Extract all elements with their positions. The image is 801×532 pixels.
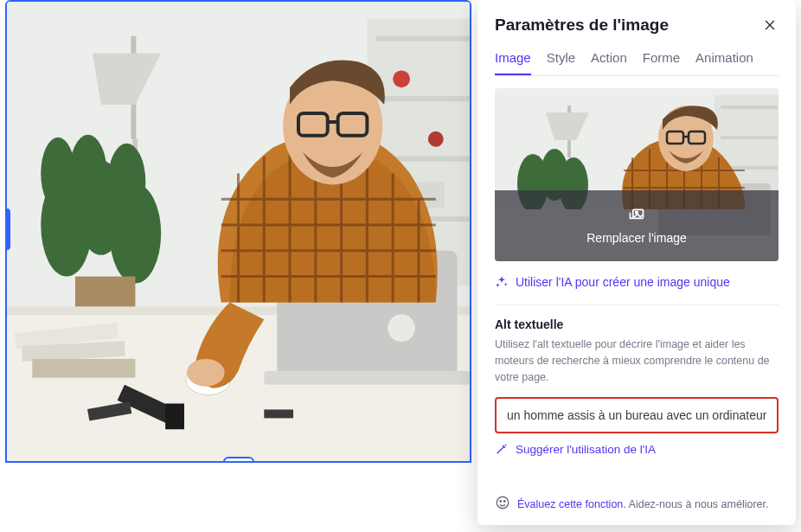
ai-suggest-alt-label: Suggérer l'utilisation de l'IA (516, 443, 656, 456)
svg-point-74 (504, 501, 506, 503)
svg-point-24 (388, 314, 415, 342)
svg-rect-50 (721, 136, 778, 139)
svg-rect-2 (375, 36, 470, 42)
divider (495, 304, 779, 305)
selected-image-frame[interactable] (5, 0, 471, 463)
svg-point-73 (500, 501, 502, 503)
svg-rect-45 (165, 404, 184, 430)
rate-feature-row: Évaluez cette fonction. Aidez-nous à nou… (495, 481, 779, 513)
svg-point-7 (428, 131, 444, 147)
alt-text-input[interactable] (507, 408, 766, 422)
magic-wand-icon (495, 442, 509, 456)
tab-animation[interactable]: Animation (695, 50, 753, 75)
smiley-icon (495, 495, 510, 513)
alt-section-title: Alt textuelle (495, 317, 779, 331)
close-button[interactable] (761, 16, 779, 34)
svg-point-14 (108, 144, 146, 221)
tab-bar: Image Style Action Forme Animation (495, 50, 779, 76)
svg-rect-23 (264, 371, 470, 385)
svg-point-6 (393, 70, 410, 87)
ai-suggest-alt-link[interactable]: Suggérer l'utilisation de l'IA (495, 442, 779, 456)
replace-image-label: Remplacer l'image (586, 231, 687, 245)
photo-illustration (7, 2, 470, 461)
editor-canvas (0, 0, 471, 532)
ai-create-image-link[interactable]: Utiliser l'IA pour créer une image uniqu… (495, 275, 779, 289)
svg-point-42 (187, 359, 225, 387)
svg-rect-46 (264, 409, 293, 418)
svg-rect-21 (32, 359, 135, 378)
svg-point-15 (41, 138, 75, 209)
replace-image-overlay: Remplacer l'image (495, 190, 779, 261)
tab-image[interactable]: Image (495, 50, 531, 75)
close-icon (763, 18, 777, 32)
resize-handle-bottom[interactable] (223, 457, 254, 463)
rate-feature-tail: Aidez-nous à nous améliorer. (626, 498, 769, 510)
tab-shape[interactable]: Forme (643, 50, 680, 75)
selected-image (7, 2, 470, 461)
panel-title: Paramètres de l'image (495, 16, 669, 35)
alt-text-field-wrap (495, 397, 779, 433)
image-settings-panel: Paramètres de l'image Image Style Action… (477, 0, 796, 525)
rate-feature-link[interactable]: Évaluez cette fonction. (517, 498, 626, 510)
svg-rect-49 (721, 106, 778, 109)
alt-section-help: Utilisez l'alt textuelle pour décrire l'… (495, 337, 779, 385)
svg-rect-3 (375, 96, 470, 101)
image-stack-icon (628, 207, 645, 224)
replace-image-button[interactable]: Remplacer l'image (495, 88, 779, 261)
svg-point-72 (497, 497, 509, 509)
sparkles-icon (495, 275, 509, 289)
ai-create-image-label: Utiliser l'IA pour créer une image uniqu… (516, 275, 730, 289)
tab-action[interactable]: Action (591, 50, 627, 75)
tab-style[interactable]: Style (547, 50, 575, 75)
